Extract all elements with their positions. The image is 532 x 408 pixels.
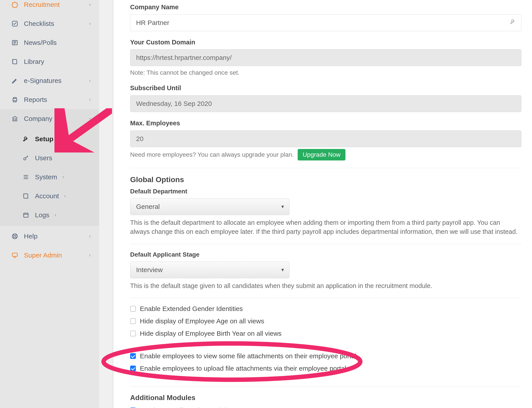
readonly-value: Wednesday, 16 Sep 2020 (136, 100, 212, 107)
wrench-icon (22, 135, 30, 143)
group-default-stage: Default Applicant Stage Interview ▼ This… (130, 250, 521, 290)
lifebuoy-icon (11, 232, 18, 240)
chevron-left-icon: ‹ (89, 77, 91, 84)
sidebar-item-superadmin[interactable]: Super Admin ‹ (0, 246, 99, 265)
svg-rect-2 (13, 99, 17, 101)
sidebar-item-label: Reports (24, 95, 84, 104)
divider (130, 168, 521, 168)
checkbox-label: Hide display of Employee Age on all view… (140, 316, 264, 326)
label-custom-domain: Your Custom Domain (130, 38, 521, 47)
edit-icon[interactable] (510, 18, 516, 27)
readonly-value: https://hrtest.hrpartner.company/ (136, 54, 232, 61)
divider (130, 244, 521, 244)
main-panel: Company Name HR Partner Your Custom Doma… (113, 0, 532, 408)
help-max-employees: Need more employees? You can always upgr… (130, 150, 294, 159)
sidebar-sub-account[interactable]: Account ‹ (0, 187, 99, 205)
sidebar-item-recruitment[interactable]: Recruitment ‹ (0, 0, 99, 14)
list-icon (22, 173, 30, 181)
select-value: Interview (136, 266, 163, 273)
sidebar-item-label: Setup (35, 134, 53, 144)
general-option-row[interactable]: Enable Extended Gender Identities (130, 304, 521, 313)
group-company-name: Company Name HR Partner (130, 3, 521, 31)
general-option-row[interactable]: Hide display of Employee Birth Year on a… (130, 329, 521, 338)
readonly-value: 20 (136, 135, 143, 142)
checkbox-group-2: Enable employees to view some file attac… (130, 351, 521, 373)
chevron-left-icon: ‹ (89, 252, 91, 259)
sidebar-item-label: Recruitment (24, 0, 84, 9)
general-option-row[interactable]: Hide display of Employee Age on all view… (130, 316, 521, 326)
input-company-name[interactable]: HR Partner (130, 14, 521, 31)
label-default-stage: Default Applicant Stage (130, 250, 521, 259)
sidebar: Recruitment ‹ Checklists ‹ News/Polls Li… (0, 0, 99, 408)
svg-rect-4 (24, 213, 28, 217)
news-icon (11, 39, 18, 46)
select-default-dept[interactable]: General ▼ (130, 198, 289, 215)
sidebar-item-esignatures[interactable]: e-Signatures ‹ (0, 71, 99, 90)
select-value: General (136, 203, 160, 210)
sidebar-item-newspolls[interactable]: News/Polls (0, 33, 99, 52)
section-global-options: Global Options (130, 174, 521, 185)
input-value: HR Partner (136, 19, 169, 26)
monitor-icon (11, 252, 18, 259)
divider (130, 298, 521, 298)
upgrade-now-button[interactable]: Upgrade Now (298, 149, 345, 161)
chevron-left-icon: ‹ (62, 174, 64, 181)
svg-rect-7 (12, 253, 18, 256)
sidebar-item-company[interactable]: Company ‹ (0, 109, 99, 128)
svg-point-3 (24, 158, 26, 160)
bank-icon (11, 115, 18, 122)
sidebar-item-label: News/Polls (24, 38, 92, 47)
checkbox[interactable] (130, 353, 136, 359)
checkbox[interactable] (130, 331, 136, 336)
sidebar-item-help[interactable]: Help ‹ (0, 227, 99, 246)
sidebar-item-library[interactable]: Library (0, 52, 99, 71)
sidebar-sub-setup[interactable]: Setup (0, 129, 99, 149)
sidebar-sub-users[interactable]: Users (0, 149, 99, 168)
checkbox[interactable] (130, 366, 136, 371)
help-default-dept: This is the default department to alloca… (130, 218, 521, 236)
group-default-dept: Default Department General ▼ This is the… (130, 187, 521, 236)
pencil-icon (11, 77, 18, 85)
chevron-down-icon: ‹ (87, 118, 93, 119)
caret-down-icon: ▼ (280, 267, 285, 273)
sidebar-item-reports[interactable]: Reports ‹ (0, 90, 99, 109)
help-default-stage: This is the default stage given to all c… (130, 281, 521, 290)
checklist-icon (11, 20, 18, 27)
chevron-left-icon: ‹ (55, 212, 56, 219)
section-additional-modules: Additional Modules (130, 393, 521, 403)
chevron-left-icon: ‹ (89, 1, 91, 8)
checkbox[interactable] (130, 306, 136, 312)
checkbox-label: Enable Extended Gender Identities (140, 304, 243, 313)
label-default-dept: Default Department (130, 187, 521, 196)
sidebar-item-label: Account (35, 191, 59, 201)
sidebar-item-label: Users (35, 153, 52, 163)
sidebar-item-label: Library (24, 57, 92, 66)
checkbox-label: Employee Self Service Module (140, 406, 230, 408)
label-company-name: Company Name (130, 3, 521, 12)
sidebar-item-label: System (35, 172, 57, 182)
select-default-stage[interactable]: Interview ▼ (130, 262, 289, 278)
portal-option-row[interactable]: Enable employees to upload file attachme… (130, 364, 521, 373)
book-icon (22, 192, 30, 200)
sidebar-item-label: Logs (35, 210, 49, 220)
recruitment-icon (11, 1, 18, 8)
sidebar-sub-system[interactable]: System ‹ (0, 168, 99, 187)
chevron-left-icon: ‹ (89, 20, 91, 27)
sidebar-item-label: Super Admin (24, 251, 84, 260)
module-option-row[interactable]: Employee Self Service Module (130, 406, 521, 408)
sidebar-sub-logs[interactable]: Logs ‹ (0, 205, 99, 225)
label-max-employees: Max. Employees (130, 119, 521, 128)
checkbox-label: Enable employees to view some file attac… (140, 351, 356, 361)
sidebar-item-label: e-Signatures (24, 76, 84, 85)
divider (130, 386, 521, 387)
book-icon (11, 58, 18, 65)
group-subscribed: Subscribed Until Wednesday, 16 Sep 2020 (130, 84, 521, 112)
checkbox[interactable] (130, 318, 136, 324)
checkbox-label: Hide display of Employee Birth Year on a… (140, 329, 282, 338)
checkbox-group-1: Enable Extended Gender IdentitiesHide di… (130, 304, 521, 338)
chevron-left-icon: ‹ (89, 233, 91, 240)
sidebar-item-label: Checklists (24, 19, 84, 28)
content-wrap: Company Name HR Partner Your Custom Doma… (99, 0, 532, 408)
portal-option-row[interactable]: Enable employees to view some file attac… (130, 351, 521, 361)
sidebar-item-checklists[interactable]: Checklists ‹ (0, 14, 99, 33)
